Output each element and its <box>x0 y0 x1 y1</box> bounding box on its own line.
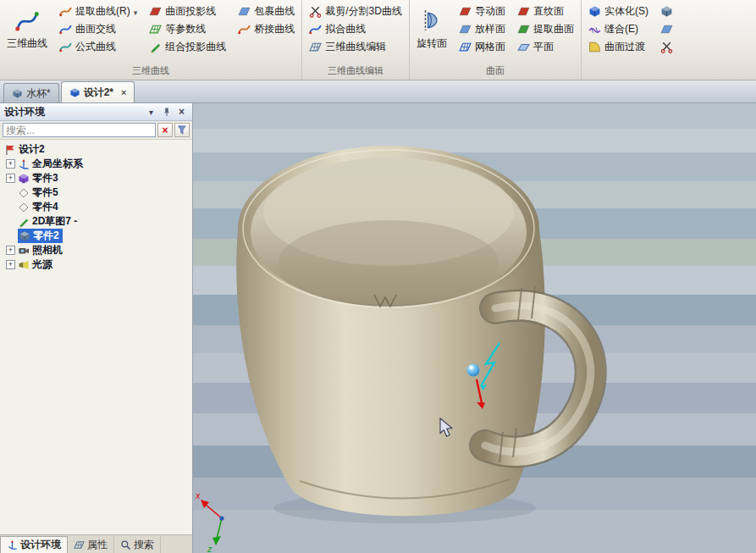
sweep-surface-button[interactable]: 导动面 <box>455 3 510 20</box>
formula-curve-button[interactable]: 公式曲线 <box>55 38 141 56</box>
plane-button[interactable]: 平面 <box>513 38 578 56</box>
bottom-tab-design-env[interactable]: 设计环境 <box>0 536 68 553</box>
surface-projection-icon <box>149 5 162 18</box>
bridge-curve-label: 桥接曲线 <box>254 22 295 36</box>
3d-viewport[interactable]: x z <box>193 103 756 553</box>
bridge-curve-button[interactable]: 桥接曲线 <box>234 20 299 38</box>
bottom-tab-label: 属性 <box>87 538 108 552</box>
tab-water-cup[interactable]: 水杯* <box>3 83 59 102</box>
document-icon <box>69 87 80 98</box>
plane-label: 平面 <box>533 40 554 54</box>
mesh-surface-button[interactable]: 网格面 <box>455 38 510 56</box>
ruled-surface-label: 直纹面 <box>533 4 564 19</box>
expand-icon[interactable] <box>6 246 15 255</box>
tab-close-icon[interactable] <box>121 88 126 97</box>
combined-projection-icon <box>149 41 162 53</box>
group-title-3d-curve: 三维曲线 <box>3 62 299 80</box>
bottom-tab-properties[interactable]: 属性 <box>68 536 114 553</box>
coordinate-system-icon <box>18 158 30 170</box>
extract-surface-button[interactable]: 提取曲面 <box>513 20 578 38</box>
curve3d-big-button[interactable]: 三维曲线 <box>3 3 52 56</box>
tree-item-sketch7[interactable]: 2D草图7 - <box>2 214 192 229</box>
ribbon-group-3d-curve-edit: 裁剪/分割3D曲线 拟合曲线 三维曲线编辑 三维曲线编辑 <box>302 0 410 80</box>
edit-3d-curve-label: 三维曲线编辑 <box>325 40 386 54</box>
filter-icon <box>177 124 188 135</box>
revolve-surface-big-button[interactable]: 旋转面 <box>412 3 451 56</box>
part-icon <box>18 187 30 199</box>
revolve-surface-icon <box>419 8 444 33</box>
tab-design2[interactable]: 设计2* <box>61 81 135 102</box>
surface-projection-button[interactable]: 曲面投影线 <box>145 3 230 20</box>
extract-curve-button[interactable]: 提取曲线(R) <box>55 3 141 20</box>
design-tree: 设计2 全局坐标系 零件3 零件5 零件4 <box>0 140 192 534</box>
properties-icon <box>74 539 85 550</box>
revolve-surface-label: 旋转面 <box>417 36 447 51</box>
isoparametric-button[interactable]: 等参数线 <box>145 20 230 38</box>
filter-button[interactable] <box>174 123 190 137</box>
tree-item-camera[interactable]: 照相机 <box>2 243 192 257</box>
document-tabs: 水杯* 设计2* <box>0 80 756 103</box>
clipped-icon-1 <box>660 5 673 18</box>
clipped-button-2[interactable] <box>656 20 677 38</box>
expand-icon[interactable] <box>6 174 15 183</box>
manipulator-sphere[interactable] <box>467 364 480 377</box>
surface-intersection-button[interactable]: 曲面交线 <box>55 20 141 38</box>
sew-label: 缝合(E) <box>604 22 638 36</box>
fit-curve-button[interactable]: 拟合曲线 <box>305 20 406 38</box>
sew-button[interactable]: 缝合(E) <box>584 20 653 38</box>
tree-item-label: 光源 <box>32 257 52 272</box>
panel-header: 设计环境 <box>0 103 192 121</box>
z-axis-arrow <box>212 536 221 545</box>
formula-curve-label: 公式曲线 <box>75 40 116 54</box>
extract-curve-label: 提取曲线(R) <box>75 4 130 19</box>
expand-icon[interactable] <box>6 260 15 269</box>
wrap-curve-label: 包裹曲线 <box>254 4 295 19</box>
combined-projection-button[interactable]: 组合投影曲线 <box>145 38 230 56</box>
chevron-down-icon[interactable] <box>145 106 157 119</box>
edit-3d-curve-button[interactable]: 三维曲线编辑 <box>305 38 406 56</box>
extract-curve-icon <box>59 5 72 18</box>
pin-icon[interactable] <box>160 106 173 119</box>
tree-item-design2[interactable]: 设计2 <box>2 142 192 157</box>
tree-item-part2[interactable]: 零件2 <box>2 229 192 243</box>
wrap-curve-button[interactable]: 包裹曲线 <box>234 3 299 20</box>
surface-blend-label: 曲面过渡 <box>604 40 645 54</box>
triad-origin <box>219 516 223 520</box>
expand-icon[interactable] <box>6 159 15 169</box>
group-title-3d-curve-edit: 三维曲线编辑 <box>305 62 406 80</box>
formula-curve-icon <box>59 41 72 53</box>
tree-item-part5[interactable]: 零件5 <box>2 185 192 200</box>
tab-label: 水杯* <box>26 86 51 101</box>
design-tree-panel: 设计环境 设计2 全局坐标系 <box>0 103 193 553</box>
tree-item-label: 全局坐标系 <box>32 157 83 171</box>
surface-blend-button[interactable]: 曲面过渡 <box>584 38 653 56</box>
mesh-surface-icon <box>459 41 472 53</box>
tree-item-light[interactable]: 光源 <box>2 257 192 272</box>
clipped-button-3[interactable] <box>656 38 677 56</box>
trim-split-3d-button[interactable]: 裁剪/分割3D曲线 <box>305 3 406 20</box>
tree-item-part4[interactable]: 零件4 <box>2 200 192 214</box>
plane-icon <box>517 41 530 53</box>
loft-surface-icon <box>459 23 472 36</box>
clipped-button-1[interactable] <box>656 3 677 20</box>
loft-surface-button[interactable]: 放样面 <box>455 20 510 38</box>
tree-item-label: 零件4 <box>32 200 58 214</box>
trim-split-icon <box>309 5 322 18</box>
ruled-surface-icon <box>517 5 530 18</box>
light-icon <box>18 259 30 271</box>
bottom-tab-search[interactable]: 搜索 <box>114 536 161 553</box>
search-input[interactable] <box>3 123 156 137</box>
isoparametric-label: 等参数线 <box>165 22 206 36</box>
tree-item-label: 照相机 <box>32 243 63 257</box>
tree-item-part3[interactable]: 零件3 <box>2 171 192 185</box>
clipped-icon-2 <box>660 23 673 36</box>
ruled-surface-button[interactable]: 直纹面 <box>513 3 578 20</box>
tree-item-global-coords[interactable]: 全局坐标系 <box>2 157 192 171</box>
solidify-button[interactable]: 实体化(S) <box>584 3 653 20</box>
close-icon[interactable] <box>175 106 188 119</box>
view-triad: x z <box>195 490 224 553</box>
surface-intersection-label: 曲面交线 <box>75 22 116 36</box>
clear-search-button[interactable] <box>157 123 173 137</box>
surface-intersection-icon <box>59 23 72 36</box>
mug-model[interactable] <box>236 146 591 523</box>
